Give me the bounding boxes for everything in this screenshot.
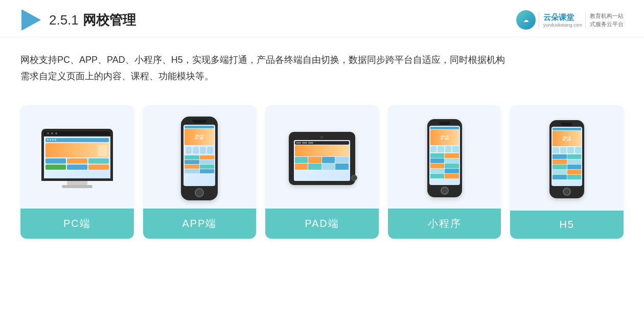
card-pc: PC端 <box>20 105 134 239</box>
card-pad: PAD端 <box>265 105 379 239</box>
logo-cloud-text: ☁ <box>523 17 528 23</box>
title-number: 2.5.1 <box>49 12 79 28</box>
description-line2: 需求自定义页面上的内容、课程、功能模块等。 <box>20 71 214 81</box>
card-h5: 创造人的第一堂课 <box>510 105 624 239</box>
card-pad-image <box>265 105 379 209</box>
logo-play-icon <box>20 9 42 31</box>
description-line1: 网校支持PC、APP、PAD、小程序、H5，实现多端打通，产品各终端自由切换，数… <box>20 55 505 65</box>
logo-slogan-line2: 式服务云平台 <box>590 21 624 27</box>
mini-phone-device-1: 创造人的第一堂课 <box>427 119 462 197</box>
card-miniprogram-label: 小程序 <box>388 209 501 239</box>
card-app-image: 创造人的第一堂课 <box>143 105 257 209</box>
pad-device <box>289 132 355 185</box>
header-left: 2.5.1 网校管理 <box>20 9 136 31</box>
logo-brand-name: 云朵课堂 <box>543 13 582 22</box>
card-miniprogram-image: 创造人的第一堂课 <box>388 105 501 209</box>
card-pc-label: PC端 <box>20 209 134 239</box>
title-main: 网校管理 <box>83 11 136 29</box>
card-pc-image <box>20 105 134 209</box>
card-miniprogram: 创造人的第一堂课 <box>388 105 501 239</box>
logo-slogan-line1: 教育机构一站 <box>590 13 624 19</box>
phone-notch <box>192 120 206 123</box>
card-h5-image: 创造人的第一堂课 <box>510 105 624 211</box>
cards-container: PC端 创造人的第一堂课 <box>0 91 644 254</box>
logo-circle-icon: ☁ <box>516 10 536 30</box>
phone-device-app: 创造人的第一堂课 <box>181 117 218 200</box>
logo-text-block: 云朵课堂 yunduoketang.com <box>539 13 582 28</box>
header: 2.5.1 网校管理 ☁ 云朵课堂 yunduoketang.com 教育机构一… <box>0 0 644 37</box>
logo-container: ☁ 云朵课堂 yunduoketang.com 教育机构一站 式服务云平台 <box>516 10 624 30</box>
logo-domain: yunduoketang.com <box>543 22 582 28</box>
mini-phone-device-2: 创造人的第一堂课 <box>549 120 584 198</box>
card-app-label: APP端 <box>143 209 257 239</box>
logo-slogan: 教育机构一站 式服务云平台 <box>585 12 624 29</box>
page-title-section: 2.5.1 网校管理 <box>49 11 136 29</box>
card-app: 创造人的第一堂课 <box>143 105 257 239</box>
card-h5-label: H5 <box>510 211 624 239</box>
description-section: 网校支持PC、APP、PAD、小程序、H5，实现多端打通，产品各终端自由切换，数… <box>0 37 644 91</box>
monitor-device <box>41 129 113 188</box>
card-pad-label: PAD端 <box>265 209 379 239</box>
